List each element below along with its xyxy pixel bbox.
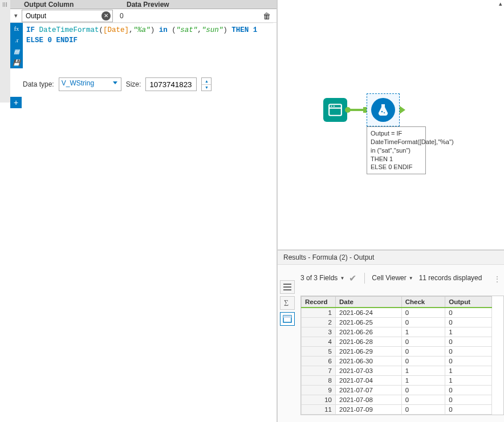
results-tab-summary[interactable]: Σ [280, 296, 295, 310]
cell-output: 0 [445, 308, 492, 318]
size-input[interactable] [145, 77, 197, 91]
cell-record: 4 [302, 337, 336, 347]
checkmark-icon[interactable]: ✔ [347, 273, 359, 284]
chevron-down-icon[interactable]: ▼ [340, 276, 344, 281]
data-type-label: Data type: [23, 80, 54, 88]
data-icon [283, 315, 292, 323]
cell-date: 2021-07-09 [336, 405, 402, 415]
header-output-column: Output Column [23, 0, 125, 9]
table-row[interactable]: 32021-06-2611 [302, 327, 492, 337]
formula-flask-icon [376, 103, 390, 117]
cell-check: 0 [401, 386, 445, 395]
cell-check: 0 [401, 318, 445, 327]
toolbox-button[interactable]: ▦ [10, 46, 23, 57]
table-row[interactable]: 92021-07-0700 [302, 386, 492, 395]
cell-date: 2021-07-07 [336, 386, 402, 395]
cell-record: 3 [302, 327, 336, 337]
save-button[interactable]: 💾 [10, 57, 23, 68]
cell-date: 2021-06-24 [336, 308, 402, 318]
col-check[interactable]: Check [401, 297, 445, 308]
cell-check: 1 [401, 376, 445, 386]
cell-record: 10 [302, 395, 336, 405]
workflow-canvas[interactable]: ▴ Output = IF DateTimeFormat([Date],"%a"… [277, 0, 504, 249]
cell-record: 6 [302, 357, 336, 366]
svg-point-5 [384, 112, 385, 113]
formula-editor[interactable]: IF DateTimeFormat([Date],"%a") in ("sat"… [23, 23, 273, 74]
toolbar-overflow[interactable]: ⋮ [494, 275, 501, 283]
col-date[interactable]: Date [336, 297, 402, 308]
table-row[interactable]: 72021-07-0311 [302, 366, 492, 376]
table-row[interactable]: 42021-06-2800 [302, 337, 492, 347]
cell-date: 2021-06-28 [336, 337, 402, 347]
results-tab-data[interactable] [280, 312, 295, 326]
svg-point-3 [334, 105, 335, 106]
results-title: Results - Formula (2) - Output [278, 251, 504, 265]
cell-record: 5 [302, 347, 336, 357]
config-header: Output Column Data Preview [0, 0, 277, 9]
results-panel: Results - Formula (2) - Output Σ 3 of 3 … [277, 249, 504, 422]
cell-check: 0 [401, 308, 445, 318]
collapse-gutter[interactable] [0, 0, 10, 103]
cell-record: 8 [302, 376, 336, 386]
cell-date: 2021-06-30 [336, 357, 402, 366]
formula-tool-selected[interactable] [367, 93, 400, 126]
expand-chevron-icon[interactable]: ▾ [10, 12, 22, 19]
cell-output: 1 [445, 366, 492, 376]
variable-x-button[interactable]: 𝑥 [10, 34, 23, 46]
cell-check: 1 [401, 327, 445, 337]
size-spinner[interactable]: ▲ ▼ [201, 77, 212, 91]
size-label: Size: [126, 80, 141, 88]
table-row[interactable]: 22021-06-2500 [302, 318, 492, 327]
table-row[interactable]: 82021-07-0411 [302, 376, 492, 386]
cell-record: 2 [302, 318, 336, 327]
cell-check: 0 [401, 395, 445, 405]
cell-record: 11 [302, 405, 336, 415]
fields-count-label[interactable]: 3 of 3 Fields [300, 274, 338, 282]
output-column-input[interactable] [22, 10, 113, 22]
cell-output: 0 [445, 357, 492, 366]
table-header-row: Record Date Check Output [302, 297, 492, 308]
cell-check: 0 [401, 347, 445, 357]
svg-point-2 [331, 105, 332, 106]
cell-date: 2021-06-26 [336, 327, 402, 337]
table-row[interactable]: 112021-07-0900 [302, 405, 492, 415]
add-expression-button[interactable]: + [10, 97, 22, 108]
table-row[interactable]: 102021-07-0800 [302, 395, 492, 405]
scroll-up-icon[interactable]: ▴ [497, 0, 504, 7]
cell-date: 2021-07-03 [336, 366, 402, 376]
cell-date: 2021-07-04 [336, 376, 402, 386]
cell-check: 1 [401, 366, 445, 376]
cell-date: 2021-07-08 [336, 395, 402, 405]
cell-viewer-label[interactable]: Cell Viewer [372, 274, 406, 282]
records-displayed-label: 11 records displayed [419, 274, 482, 282]
cell-record: 1 [302, 308, 336, 318]
table-row[interactable]: 12021-06-2400 [302, 308, 492, 318]
table-row[interactable]: 52021-06-2900 [302, 347, 492, 357]
cell-check: 0 [401, 405, 445, 415]
tool-annotation: Output = IF DateTimeFormat([Date],"%a") … [367, 126, 426, 174]
table-row[interactable]: 62021-06-3000 [302, 357, 492, 366]
sigma-icon: Σ [283, 299, 292, 307]
col-output[interactable]: Output [445, 297, 492, 308]
text-input-tool[interactable] [323, 98, 347, 122]
trash-icon[interactable]: 🗑 [263, 11, 271, 21]
connector-out-anchor [400, 106, 405, 114]
fx-button[interactable]: fx [10, 23, 23, 34]
chevron-down-icon[interactable]: ▼ [409, 276, 413, 281]
clear-icon[interactable]: ✕ [101, 11, 111, 21]
cell-output: 1 [445, 376, 492, 386]
results-table[interactable]: Record Date Check Output 12021-06-240022… [300, 296, 504, 415]
cell-check: 0 [401, 357, 445, 366]
cell-output: 0 [445, 318, 492, 327]
data-type-select[interactable]: V_WString [59, 77, 121, 91]
col-record[interactable]: Record [302, 297, 336, 308]
data-type-row: Data type: V_WString Size: ▲ ▼ [23, 77, 277, 91]
results-toolbar: 3 of 3 Fields ▼ ✔ Cell Viewer ▼ 11 recor… [278, 265, 504, 296]
data-preview-value: 0 [113, 12, 124, 20]
spinner-down-icon[interactable]: ▼ [202, 85, 211, 91]
cell-date: 2021-06-25 [336, 318, 402, 327]
spinner-up-icon[interactable]: ▲ [202, 78, 211, 85]
cell-output: 0 [445, 405, 492, 415]
cell-record: 9 [302, 386, 336, 395]
cell-date: 2021-06-29 [336, 347, 402, 357]
